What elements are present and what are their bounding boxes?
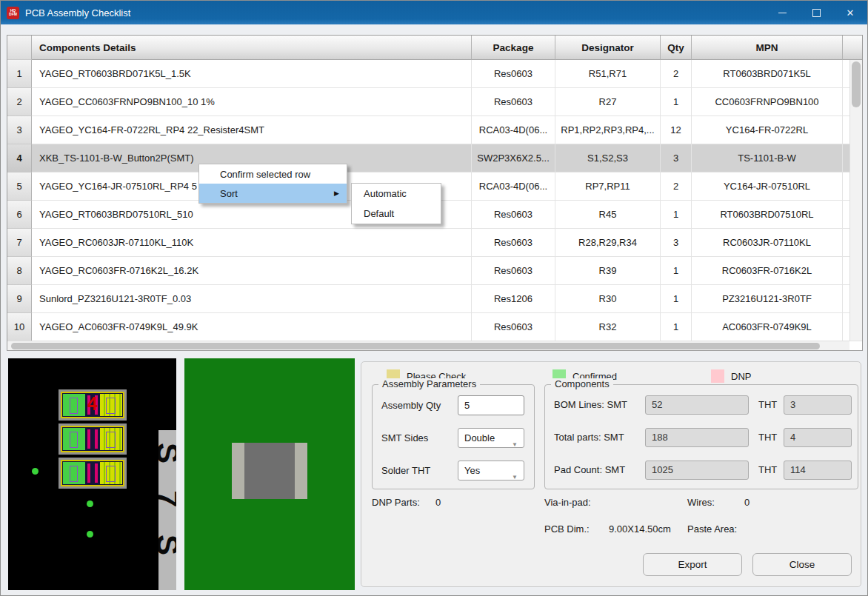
cell-qty: 12 [661,116,692,144]
cell-num: 4 [7,144,32,173]
table-row[interactable]: 9Sunlord_PZ3216U121-3R0TF_0.03Res1206R30… [7,285,862,313]
smt-sides-value: Double [464,432,495,443]
silkscreen-glyph: S [158,443,176,463]
legend-label: DNP [731,371,751,382]
context-submenu: AutomaticDefault [351,183,441,224]
vertical-scrollbar-thumb[interactable] [852,61,861,107]
cell-mpn: RC0603FR-0716K2L [692,257,843,285]
cell-num: 5 [7,173,32,201]
pcb-dot [32,468,39,475]
minimize-icon [778,13,787,13]
pcb-dim-label: PCB Dim.: [544,523,590,535]
header-mpn[interactable]: MPN [692,36,843,60]
cell-details: YAGEO_AC0603FR-0749K9L_49.9K [32,313,472,341]
table-row[interactable]: 8YAGEO_RC0603FR-0716K2L_16.2KRes0603R391… [7,257,862,285]
maximize-icon [812,9,821,17]
cell-num: 2 [7,88,32,116]
dnp-swatch [711,369,724,383]
table-row[interactable]: 7YAGEO_RC0603JR-07110KL_110KRes0603R28,R… [7,229,862,257]
pcb-dim-value: 9.00X14.50cm [609,523,671,535]
cell-num: 6 [7,201,32,229]
cell-num: 9 [7,285,32,313]
minimize-button[interactable] [765,1,799,24]
export-button[interactable]: Export [643,553,742,576]
window-controls: ✕ [765,1,867,24]
close-dialog-button[interactable]: Close [752,553,852,576]
info-panel: Please Check Confirmed DNP Assembly Para… [361,361,861,587]
cell-package: Res1206 [472,285,555,313]
cell-designator: R32 [555,313,661,341]
footprint-2 [59,423,127,455]
smt-value-field: 1025 [645,461,749,480]
cell-designator: RP1,RP2,RP3,RP4,... [555,116,661,144]
cell-num: 7 [7,229,32,257]
pcb-dot [87,531,93,538]
cell-mpn: CC0603FRNPO9BN100 [692,88,843,116]
assembly-parameters-group: Assembly Parameters Assembly Qty 5 SMT S… [372,384,535,489]
table-row[interactable]: 1YAGEO_RT0603BRD071K5L_1.5KRes0603R51,R7… [7,60,862,88]
table-row[interactable]: 4XKB_TS-1101-B-W_Button2P(SMT)SW2P3X6X2.… [7,144,862,173]
pcb-photo-image [184,358,355,590]
footprint-digit: 4 [87,393,98,415]
menu-item[interactable]: Sort▶ [199,184,347,203]
vertical-scrollbar[interactable] [849,60,862,341]
chevron-down-icon: ▼ [512,435,518,454]
wires-value: 0 [744,497,750,509]
cell-qty: 3 [661,229,692,257]
cell-qty: 3 [661,144,692,173]
footprint-preview-image: 4 S7S [8,358,176,590]
horizontal-scrollbar-thumb[interactable] [11,343,820,349]
table-row[interactable]: 2YAGEO_CC0603FRNPO9BN100_10 1%Res0603R27… [7,88,862,116]
cell-package: Res0603 [472,229,555,257]
cell-mpn: TS-1101-B-W [692,144,843,173]
maximize-button[interactable] [799,1,833,24]
horizontal-scrollbar[interactable] [7,341,849,350]
submenu-arrow-icon: ▶ [334,190,339,197]
cell-qty: 2 [661,173,692,201]
cell-details: Sunlord_PZ3216U121-3R0TF_0.03 [32,285,472,313]
cell-details: YAGEO_RT0603BRD071K5L_1.5K [32,60,472,88]
smt-value-field: 188 [645,428,749,447]
wires-label: Wires: [687,497,715,509]
cell-designator: R28,R29,R34 [555,229,661,257]
smt-sides-select[interactable]: Double ▼ [458,428,524,448]
cell-num: 1 [7,60,32,88]
tht-value-field: 3 [784,395,852,415]
cell-designator: RP7,RP11 [555,173,661,201]
menu-item[interactable]: Confirm selected row [199,164,347,184]
assembly-qty-input[interactable]: 5 [458,395,524,415]
solder-tht-label: Solder THT [381,461,430,481]
cell-mpn: YC164-JR-07510RL [692,173,843,201]
cell-details: YAGEO_RC0603FR-0716K2L_16.2K [32,257,472,285]
cell-details: YAGEO_CC0603FRNPO9BN100_10 1% [32,88,472,116]
silkscreen-glyph: S [158,535,176,555]
cell-qty: 1 [661,257,692,285]
smt-value-field: 52 [645,395,749,415]
tht-label: THT [758,428,777,447]
cell-designator: R45 [555,201,661,229]
context-menu: Confirm selected rowSort▶ [198,164,347,204]
cell-num: 3 [7,116,32,144]
cell-package: RCA03-4D(06... [472,173,555,201]
submenu-item[interactable]: Default [352,204,441,224]
header-package[interactable]: Package [472,36,555,60]
header-designator[interactable]: Designator [555,36,661,60]
chip-component [232,443,307,499]
cell-mpn: RT0603BRD07510RL [692,201,843,229]
components-group: Components BOM Lines: SMT52THT3Total par… [544,384,858,489]
close-button[interactable]: ✕ [833,1,867,24]
header-row-number[interactable] [7,36,32,60]
submenu-item[interactable]: Automatic [352,184,441,204]
title-bar: HQ DFM PCB Assembly Checklist ✕ [1,1,867,24]
header-components-details[interactable]: Components Details [32,36,472,60]
table-row[interactable]: 3YAGEO_YC164-FR-0722RL_RP4 22_Resister4S… [7,116,862,144]
table-row[interactable]: 10YAGEO_AC0603FR-0749K9L_49.9KRes0603R32… [7,313,862,341]
cell-qty: 1 [661,201,692,229]
cell-package: Res0603 [472,201,555,229]
cell-package: Res0603 [472,257,555,285]
solder-tht-select[interactable]: Yes ▼ [458,461,524,481]
header-filler [843,36,862,60]
header-qty[interactable]: Qty [661,36,692,60]
app-window: HQ DFM PCB Assembly Checklist ✕ Componen… [0,0,868,596]
tht-value-field: 114 [784,461,852,480]
